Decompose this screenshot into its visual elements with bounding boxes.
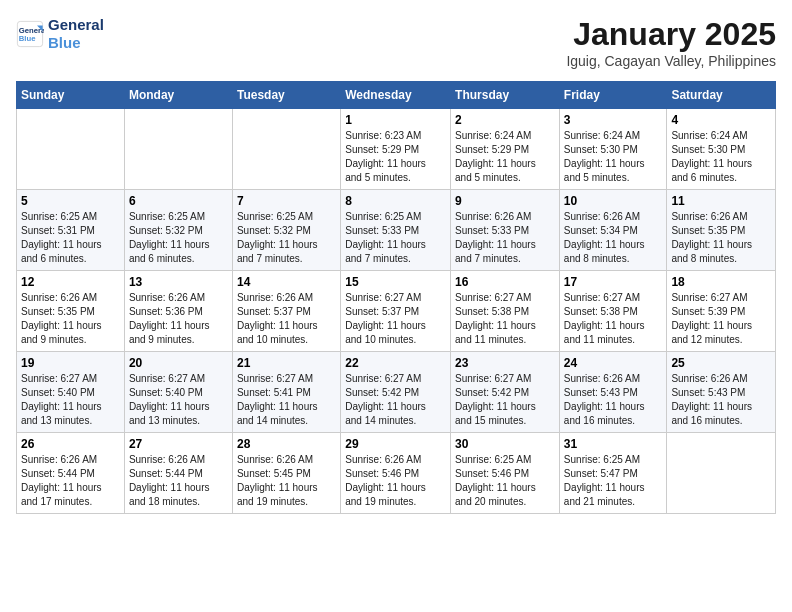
- day-number: 31: [564, 437, 663, 451]
- day-info: Sunrise: 6:27 AMSunset: 5:42 PMDaylight:…: [345, 372, 446, 428]
- day-number: 28: [237, 437, 336, 451]
- calendar-cell: 9Sunrise: 6:26 AMSunset: 5:33 PMDaylight…: [451, 190, 560, 271]
- day-number: 10: [564, 194, 663, 208]
- day-info: Sunrise: 6:26 AMSunset: 5:43 PMDaylight:…: [671, 372, 771, 428]
- calendar-cell: 22Sunrise: 6:27 AMSunset: 5:42 PMDayligh…: [341, 352, 451, 433]
- day-number: 7: [237, 194, 336, 208]
- calendar-cell: 8Sunrise: 6:25 AMSunset: 5:33 PMDaylight…: [341, 190, 451, 271]
- day-info: Sunrise: 6:26 AMSunset: 5:33 PMDaylight:…: [455, 210, 555, 266]
- day-number: 15: [345, 275, 446, 289]
- calendar-cell: 16Sunrise: 6:27 AMSunset: 5:38 PMDayligh…: [451, 271, 560, 352]
- day-info: Sunrise: 6:25 AMSunset: 5:31 PMDaylight:…: [21, 210, 120, 266]
- calendar-cell: 14Sunrise: 6:26 AMSunset: 5:37 PMDayligh…: [232, 271, 340, 352]
- calendar-cell: 1Sunrise: 6:23 AMSunset: 5:29 PMDaylight…: [341, 109, 451, 190]
- column-header-wednesday: Wednesday: [341, 82, 451, 109]
- day-info: Sunrise: 6:23 AMSunset: 5:29 PMDaylight:…: [345, 129, 446, 185]
- day-number: 21: [237, 356, 336, 370]
- day-info: Sunrise: 6:26 AMSunset: 5:37 PMDaylight:…: [237, 291, 336, 347]
- day-number: 24: [564, 356, 663, 370]
- day-info: Sunrise: 6:26 AMSunset: 5:45 PMDaylight:…: [237, 453, 336, 509]
- day-info: Sunrise: 6:27 AMSunset: 5:39 PMDaylight:…: [671, 291, 771, 347]
- day-info: Sunrise: 6:24 AMSunset: 5:29 PMDaylight:…: [455, 129, 555, 185]
- day-number: 19: [21, 356, 120, 370]
- day-number: 27: [129, 437, 228, 451]
- day-number: 26: [21, 437, 120, 451]
- day-info: Sunrise: 6:25 AMSunset: 5:47 PMDaylight:…: [564, 453, 663, 509]
- logo: General Blue GeneralBlue: [16, 16, 104, 52]
- day-number: 18: [671, 275, 771, 289]
- calendar-cell: [667, 433, 776, 514]
- day-info: Sunrise: 6:27 AMSunset: 5:42 PMDaylight:…: [455, 372, 555, 428]
- calendar-cell: 4Sunrise: 6:24 AMSunset: 5:30 PMDaylight…: [667, 109, 776, 190]
- calendar-cell: 29Sunrise: 6:26 AMSunset: 5:46 PMDayligh…: [341, 433, 451, 514]
- page-header: General Blue GeneralBlue January 2025 Ig…: [16, 16, 776, 69]
- day-number: 2: [455, 113, 555, 127]
- calendar-cell: 20Sunrise: 6:27 AMSunset: 5:40 PMDayligh…: [124, 352, 232, 433]
- day-number: 3: [564, 113, 663, 127]
- day-number: 8: [345, 194, 446, 208]
- calendar-cell: 19Sunrise: 6:27 AMSunset: 5:40 PMDayligh…: [17, 352, 125, 433]
- month-title: January 2025: [566, 16, 776, 53]
- logo-text: GeneralBlue: [48, 16, 104, 52]
- day-info: Sunrise: 6:25 AMSunset: 5:46 PMDaylight:…: [455, 453, 555, 509]
- day-number: 5: [21, 194, 120, 208]
- day-info: Sunrise: 6:27 AMSunset: 5:41 PMDaylight:…: [237, 372, 336, 428]
- day-number: 12: [21, 275, 120, 289]
- logo-icon: General Blue: [16, 20, 44, 48]
- day-number: 14: [237, 275, 336, 289]
- svg-text:Blue: Blue: [19, 34, 36, 43]
- calendar-cell: 23Sunrise: 6:27 AMSunset: 5:42 PMDayligh…: [451, 352, 560, 433]
- day-info: Sunrise: 6:27 AMSunset: 5:38 PMDaylight:…: [564, 291, 663, 347]
- day-info: Sunrise: 6:27 AMSunset: 5:40 PMDaylight:…: [21, 372, 120, 428]
- day-number: 17: [564, 275, 663, 289]
- calendar-cell: 11Sunrise: 6:26 AMSunset: 5:35 PMDayligh…: [667, 190, 776, 271]
- day-number: 16: [455, 275, 555, 289]
- day-info: Sunrise: 6:26 AMSunset: 5:35 PMDaylight:…: [671, 210, 771, 266]
- calendar-cell: 25Sunrise: 6:26 AMSunset: 5:43 PMDayligh…: [667, 352, 776, 433]
- column-header-friday: Friday: [559, 82, 667, 109]
- calendar-cell: [124, 109, 232, 190]
- day-info: Sunrise: 6:25 AMSunset: 5:33 PMDaylight:…: [345, 210, 446, 266]
- calendar-cell: 13Sunrise: 6:26 AMSunset: 5:36 PMDayligh…: [124, 271, 232, 352]
- day-info: Sunrise: 6:25 AMSunset: 5:32 PMDaylight:…: [129, 210, 228, 266]
- column-header-tuesday: Tuesday: [232, 82, 340, 109]
- day-info: Sunrise: 6:26 AMSunset: 5:43 PMDaylight:…: [564, 372, 663, 428]
- calendar-cell: 30Sunrise: 6:25 AMSunset: 5:46 PMDayligh…: [451, 433, 560, 514]
- day-number: 22: [345, 356, 446, 370]
- day-number: 13: [129, 275, 228, 289]
- calendar-cell: 27Sunrise: 6:26 AMSunset: 5:44 PMDayligh…: [124, 433, 232, 514]
- location: Iguig, Cagayan Valley, Philippines: [566, 53, 776, 69]
- day-info: Sunrise: 6:27 AMSunset: 5:40 PMDaylight:…: [129, 372, 228, 428]
- day-info: Sunrise: 6:25 AMSunset: 5:32 PMDaylight:…: [237, 210, 336, 266]
- day-number: 11: [671, 194, 771, 208]
- calendar-cell: 10Sunrise: 6:26 AMSunset: 5:34 PMDayligh…: [559, 190, 667, 271]
- calendar-cell: 7Sunrise: 6:25 AMSunset: 5:32 PMDaylight…: [232, 190, 340, 271]
- column-header-sunday: Sunday: [17, 82, 125, 109]
- day-info: Sunrise: 6:26 AMSunset: 5:44 PMDaylight:…: [21, 453, 120, 509]
- day-number: 25: [671, 356, 771, 370]
- day-info: Sunrise: 6:26 AMSunset: 5:36 PMDaylight:…: [129, 291, 228, 347]
- day-number: 29: [345, 437, 446, 451]
- calendar-cell: 3Sunrise: 6:24 AMSunset: 5:30 PMDaylight…: [559, 109, 667, 190]
- calendar-table: SundayMondayTuesdayWednesdayThursdayFrid…: [16, 81, 776, 514]
- day-info: Sunrise: 6:27 AMSunset: 5:37 PMDaylight:…: [345, 291, 446, 347]
- day-info: Sunrise: 6:24 AMSunset: 5:30 PMDaylight:…: [671, 129, 771, 185]
- day-number: 20: [129, 356, 228, 370]
- calendar-cell: 31Sunrise: 6:25 AMSunset: 5:47 PMDayligh…: [559, 433, 667, 514]
- calendar-cell: [232, 109, 340, 190]
- calendar-cell: 26Sunrise: 6:26 AMSunset: 5:44 PMDayligh…: [17, 433, 125, 514]
- day-info: Sunrise: 6:24 AMSunset: 5:30 PMDaylight:…: [564, 129, 663, 185]
- day-number: 30: [455, 437, 555, 451]
- calendar-cell: 2Sunrise: 6:24 AMSunset: 5:29 PMDaylight…: [451, 109, 560, 190]
- calendar-cell: 28Sunrise: 6:26 AMSunset: 5:45 PMDayligh…: [232, 433, 340, 514]
- day-number: 9: [455, 194, 555, 208]
- day-number: 23: [455, 356, 555, 370]
- calendar-cell: 18Sunrise: 6:27 AMSunset: 5:39 PMDayligh…: [667, 271, 776, 352]
- calendar-cell: 6Sunrise: 6:25 AMSunset: 5:32 PMDaylight…: [124, 190, 232, 271]
- calendar-cell: 15Sunrise: 6:27 AMSunset: 5:37 PMDayligh…: [341, 271, 451, 352]
- column-header-thursday: Thursday: [451, 82, 560, 109]
- calendar-cell: 17Sunrise: 6:27 AMSunset: 5:38 PMDayligh…: [559, 271, 667, 352]
- day-info: Sunrise: 6:26 AMSunset: 5:34 PMDaylight:…: [564, 210, 663, 266]
- title-block: January 2025 Iguig, Cagayan Valley, Phil…: [566, 16, 776, 69]
- calendar-cell: [17, 109, 125, 190]
